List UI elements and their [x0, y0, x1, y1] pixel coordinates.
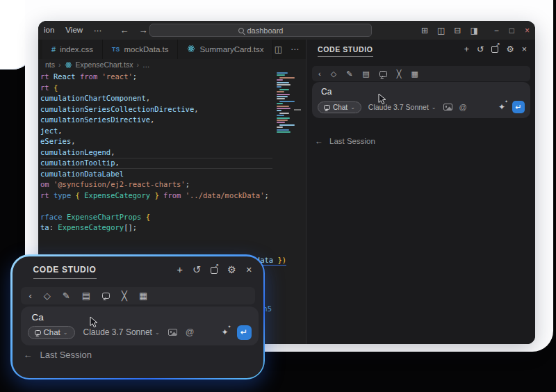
- image-icon[interactable]: [443, 104, 452, 111]
- send-icon[interactable]: ↵: [237, 325, 252, 340]
- breadcrumb-file[interactable]: ExpenseChart.tsx: [76, 60, 133, 69]
- minimize-icon[interactable]: −: [494, 26, 499, 35]
- sidebar-right-icon[interactable]: ◨: [470, 26, 477, 35]
- code-line[interactable]: cumulationTooltip,: [40, 158, 272, 169]
- code-token: React: [49, 72, 76, 81]
- chevron-down-icon: ⌄: [432, 104, 436, 111]
- sparkles-icon[interactable]: ✦: [221, 328, 228, 336]
- code-line[interactable]: [40, 201, 272, 212]
- open-external-icon[interactable]: [211, 267, 218, 274]
- tools-icon[interactable]: ╳: [397, 70, 402, 78]
- minimap-slider[interactable]: [294, 109, 301, 111]
- maximize-icon[interactable]: □: [509, 26, 514, 35]
- minimap-line: [277, 126, 283, 128]
- code-line[interactable]: cumulationDataLabel: [40, 169, 272, 180]
- command-center-search[interactable]: dashboard: [149, 24, 372, 37]
- last-session-link[interactable]: ← Last Session: [315, 137, 375, 145]
- mode-selector[interactable]: Chat ⌄: [318, 101, 361, 113]
- search-text: dashboard: [247, 26, 284, 35]
- grid-icon[interactable]: ▦: [139, 291, 147, 300]
- breadcrumb-segment[interactable]: nts: [45, 60, 55, 69]
- menu-item[interactable]: ion: [44, 26, 54, 35]
- sparkles-icon[interactable]: ✦: [498, 103, 505, 111]
- code-token: ExpenseCategory: [54, 223, 124, 231]
- code-line[interactable]: rt {: [40, 83, 272, 94]
- image-icon[interactable]: [168, 329, 177, 336]
- open-external-icon[interactable]: [491, 46, 498, 53]
- pencil-icon[interactable]: ✎: [346, 70, 352, 78]
- code-line[interactable]: cumulationLegend,: [40, 147, 272, 158]
- mention-icon[interactable]: @: [186, 328, 195, 337]
- chevron-left-icon[interactable]: ‹: [318, 70, 321, 78]
- close-icon[interactable]: ×: [246, 265, 252, 275]
- code-line[interactable]: [40, 244, 272, 255]
- add-icon[interactable]: +: [177, 265, 182, 275]
- menu-item[interactable]: ⋯: [94, 26, 102, 35]
- chevron-down-icon: ⌄: [155, 329, 160, 336]
- tab-index.css[interactable]: #index.css: [42, 40, 103, 59]
- panel-title-tab[interactable]: CODE STUDIO: [33, 265, 97, 279]
- history-icon[interactable]: ↺: [193, 265, 201, 275]
- grid-icon[interactable]: ▦: [411, 70, 418, 78]
- code-line[interactable]: ta: ExpenseCategory[];: [40, 222, 272, 234]
- code-line[interactable]: rt type { ExpenseCategory } from '../dat…: [40, 190, 272, 202]
- book-icon[interactable]: ▤: [82, 291, 90, 300]
- minimap-line: [277, 74, 285, 76]
- minimap-line: [277, 72, 288, 74]
- tools-icon[interactable]: ╳: [122, 291, 127, 300]
- panel-bottom-icon[interactable]: ⊟: [454, 26, 461, 35]
- breadcrumb-more[interactable]: …: [142, 60, 150, 69]
- code-line[interactable]: ject,: [40, 126, 272, 137]
- minimap-line: [277, 117, 290, 119]
- menu-item[interactable]: View: [65, 26, 83, 35]
- chat-input[interactable]: Ca: [32, 312, 44, 322]
- code-line[interactable]: rt React from 'react';: [40, 72, 272, 83]
- model-selector[interactable]: Claude 3.7 Sonnet ⌄: [83, 327, 160, 337]
- chat-composer[interactable]: Ca Chat ⌄ Claude 3.7 Sonnet ⌄ @ ✦↵: [312, 82, 530, 118]
- breadcrumb-separator: ›: [58, 60, 61, 69]
- mode-selector[interactable]: Chat ⌄: [28, 326, 75, 339]
- cube-icon[interactable]: ◇: [44, 291, 51, 300]
- chat-input[interactable]: Ca: [321, 87, 332, 97]
- split-editor-icon[interactable]: ◫: [275, 45, 282, 54]
- code-line[interactable]: cumulationChartComponent,: [40, 93, 272, 104]
- add-icon[interactable]: +: [464, 45, 469, 54]
- comment-icon[interactable]: [379, 71, 387, 77]
- minimap[interactable]: [275, 72, 295, 183]
- panel-title-tab[interactable]: CODE STUDIO: [318, 45, 373, 57]
- code-line[interactable]: [40, 234, 272, 245]
- model-selector[interactable]: Claude 3.7 Sonnet ⌄: [368, 103, 436, 111]
- code-line[interactable]: rface ExpenseChartProps {: [40, 212, 272, 223]
- pencil-icon[interactable]: ✎: [63, 291, 70, 300]
- history-icon[interactable]: ↺: [477, 45, 484, 54]
- comment-icon[interactable]: [102, 293, 110, 299]
- highlight-callout: CODE STUDIO +↺⚙× ‹◇✎▤╳▦ Ca Chat ⌄ Claude…: [10, 254, 265, 379]
- cube-icon[interactable]: ◇: [331, 70, 336, 78]
- settings-icon[interactable]: ⚙: [506, 45, 514, 54]
- chat-composer[interactable]: Ca Chat ⌄ Claude 3.7 Sonnet ⌄ @ ✦↵: [21, 307, 259, 345]
- tab-SummaryCard.tsx[interactable]: SummaryCard.tsx: [178, 40, 273, 59]
- minimap-line: [277, 120, 288, 121]
- code-line[interactable]: om '@syncfusion/ej2-react-charts';: [40, 179, 272, 190]
- close-window-icon[interactable]: ×: [525, 26, 530, 35]
- book-icon[interactable]: ▤: [362, 70, 369, 78]
- code-line[interactable]: cumulationSeriesCollectionDirective,: [40, 104, 272, 115]
- minimap-line: [277, 94, 290, 95]
- history-back-icon[interactable]: ←: [120, 26, 129, 35]
- code-token: ta: [40, 223, 49, 231]
- last-session-link[interactable]: ← Last Session: [24, 350, 92, 360]
- mention-icon[interactable]: @: [459, 104, 467, 111]
- code-line[interactable]: cumulationSeriesDirective,: [40, 115, 272, 126]
- close-icon[interactable]: ×: [522, 45, 527, 54]
- settings-icon[interactable]: ⚙: [227, 265, 236, 275]
- tab-mockData.ts[interactable]: TSmockData.ts: [103, 40, 178, 59]
- more-actions-icon[interactable]: ⋯: [291, 45, 299, 54]
- code-content[interactable]: rt React from 'react';rt {cumulationChar…: [40, 72, 272, 266]
- chevron-left-icon[interactable]: ‹: [29, 291, 32, 300]
- layout-grid-icon[interactable]: ⊞: [421, 26, 428, 35]
- history-forward-icon[interactable]: →: [139, 26, 148, 35]
- send-icon[interactable]: ↵: [512, 101, 525, 113]
- code-token: {: [71, 191, 80, 199]
- split-editor-icon[interactable]: ◫: [437, 26, 445, 35]
- code-line[interactable]: eSeries,: [40, 136, 272, 147]
